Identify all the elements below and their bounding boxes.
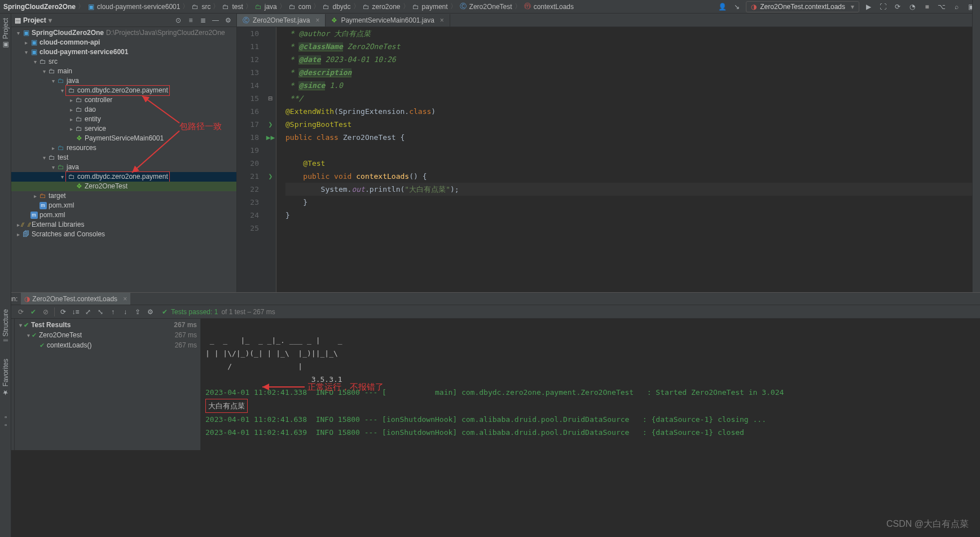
project-icon: ▣ xyxy=(2,41,10,49)
close-icon[interactable]: × xyxy=(123,295,127,303)
tool-tab-project[interactable]: ▣Project xyxy=(2,17,10,50)
tool-tab-more[interactable]: ▫▫ xyxy=(2,413,10,429)
tree-folder[interactable]: ▾🗀java xyxy=(11,76,236,86)
fold-icon[interactable]: ⊟ xyxy=(265,92,276,105)
locate-icon[interactable]: ⊙ xyxy=(173,15,183,25)
tree-file[interactable]: mpom.xml xyxy=(11,210,236,220)
breadcrumb-class[interactable]: ⒸZero2OneTest xyxy=(459,3,512,11)
main-area: ▣Project ▤Project▾ ⊙ ≡ ≣ — ⚙ ▾▣SpringClo… xyxy=(0,14,980,292)
highlight-box: 🗀com.dbydc.zero2one.payment xyxy=(65,171,170,182)
run-gutter-icon[interactable]: ▶▶ xyxy=(265,131,276,144)
tree-folder[interactable]: ▸🗀dao xyxy=(11,105,236,115)
history-icon[interactable]: ⟳ xyxy=(15,306,27,318)
code-area[interactable]: * @author 大白有点菜 * @className Zero2OneTes… xyxy=(276,27,980,292)
collapse-all-icon[interactable]: ≣ xyxy=(198,15,208,25)
tree-package-selected[interactable]: ▾🗀com.dbydc.zero2one.payment xyxy=(11,172,236,182)
test-pass-status: ✔Tests passed: 1 of 1 test – 267 ms xyxy=(162,308,275,316)
tree-folder[interactable]: ▸🗀entity xyxy=(11,115,236,124)
top-toolbar: SpringCloudZero2One 〉 ▣cloud-payment-ser… xyxy=(0,0,980,14)
export-icon[interactable]: ⇪ xyxy=(131,306,144,318)
star-icon: ★ xyxy=(2,389,10,397)
folder-icon: 🗀 xyxy=(322,3,330,11)
watermark: CSDN @大白有点菜 xyxy=(886,518,969,530)
run-tab[interactable]: ◑Zero2OneTest.contextLoads× xyxy=(21,293,130,305)
dropdown-icon: ▾ xyxy=(851,3,854,11)
run-pane: Run: ◑Zero2OneTest.contextLoads× ⟳ ✔ ⊘ ⟳… xyxy=(0,292,980,450)
breadcrumb-payment[interactable]: 🗀payment xyxy=(412,3,448,11)
tree-folder[interactable]: ▸🗀resources xyxy=(11,143,236,153)
structure-icon: ⫴ xyxy=(2,339,10,342)
run-configuration-selector[interactable]: ◑ Zero2OneTest.contextLoads ▾ xyxy=(746,1,859,12)
breadcrumb-zero2one[interactable]: 🗀zero2one xyxy=(362,3,401,11)
console-output[interactable]: _ _ |_ _ _|_. ___ _ | _ | | |\/|_)(_| | … xyxy=(201,319,980,450)
show-ignored-icon[interactable]: ⊘ xyxy=(39,306,52,318)
tree-class[interactable]: ❖PaymentServiceMain6001 xyxy=(11,134,236,143)
sort-icon[interactable]: ↓≡ xyxy=(69,306,82,318)
tool-tab-structure[interactable]: ⫴Structure xyxy=(2,309,10,342)
prev-icon[interactable]: ↑ xyxy=(107,306,119,318)
profile-icon[interactable]: ◔ xyxy=(907,1,918,12)
run-icon[interactable]: ▶ xyxy=(863,1,874,12)
coverage-icon[interactable]: ⟳ xyxy=(892,1,903,12)
tool-tab-favorites[interactable]: ★Favorites xyxy=(2,359,10,397)
user-add-icon[interactable]: 👤 xyxy=(717,1,728,12)
test-results-root[interactable]: ▾✔Test Results267 ms xyxy=(15,320,200,330)
editor-pane: ⒸZero2OneTest.java× ❖PaymentServiceMain6… xyxy=(237,14,980,292)
tree-libraries[interactable]: ▸⫽⫽External Libraries xyxy=(11,220,236,230)
editor-body[interactable]: 10111213 14151617 18192021 22232425 ⊟ ❯ … xyxy=(237,27,980,292)
gear-icon[interactable]: ⚙ xyxy=(223,15,233,25)
breadcrumb-module[interactable]: ▣cloud-payment-service6001 xyxy=(87,3,180,11)
breadcrumb-dbydc[interactable]: 🗀dbydc xyxy=(322,3,350,11)
tree-module[interactable]: ▾▣cloud-payment-service6001 xyxy=(11,47,236,57)
expand-icon[interactable]: ⤢ xyxy=(82,306,94,318)
breadcrumb-module-label: cloud-payment-service6001 xyxy=(97,3,180,11)
tree-module[interactable]: ▸▣cloud-common-api xyxy=(11,38,236,47)
editor-tab-active[interactable]: ⒸZero2OneTest.java× xyxy=(237,14,326,27)
test-tree[interactable]: ▾✔Test Results267 ms ▾✔Zero2OneTest267 m… xyxy=(15,319,201,450)
close-icon[interactable]: × xyxy=(440,16,444,24)
tree-folder[interactable]: ▾🗀main xyxy=(11,67,236,76)
tree-folder[interactable]: ▸🗀service xyxy=(11,124,236,134)
tree-folder[interactable]: ▾🗀java xyxy=(11,162,236,172)
breadcrumb-com[interactable]: 🗀com xyxy=(288,3,311,11)
project-tree[interactable]: ▾▣SpringCloudZero2OneD:\Projects\Java\Sp… xyxy=(11,27,236,292)
build-icon[interactable]: ↘ xyxy=(731,1,742,12)
test-class-node[interactable]: ▾✔Zero2OneTest267 ms xyxy=(15,330,200,340)
project-pane-title[interactable]: ▤Project▾ xyxy=(15,16,171,24)
run-gutter-icon[interactable]: ❯ xyxy=(265,170,276,183)
package-icon: 🗀 xyxy=(74,95,84,105)
rerun-icon[interactable]: ⟳ xyxy=(57,306,69,318)
hide-icon[interactable]: — xyxy=(210,15,221,25)
breadcrumb-java[interactable]: 🗀java xyxy=(254,3,277,11)
left-tool-stripe: ▣Project xyxy=(0,14,11,292)
tree-folder[interactable]: ▸🗀controller xyxy=(11,95,236,105)
settings-icon[interactable]: ⚙ xyxy=(144,306,156,318)
next-icon[interactable]: ↓ xyxy=(119,306,131,318)
show-passed-icon[interactable]: ✔ xyxy=(27,306,39,318)
test-method-node[interactable]: ✔contextLoads()267 ms xyxy=(15,340,200,350)
close-icon[interactable]: × xyxy=(315,16,319,24)
run-pane-header: Run: ◑Zero2OneTest.contextLoads× xyxy=(0,293,980,305)
search-icon[interactable]: ⌕ xyxy=(951,1,962,12)
breadcrumb-src[interactable]: 🗀src xyxy=(191,3,210,11)
git-icon[interactable]: ⌥ xyxy=(936,1,947,12)
debug-icon[interactable]: ⛶ xyxy=(877,1,889,12)
collapse-icon[interactable]: ⤡ xyxy=(94,306,107,318)
breadcrumb-test[interactable]: 🗀test xyxy=(222,3,243,11)
stop-icon[interactable]: ■ xyxy=(921,1,933,12)
tree-root[interactable]: ▾▣SpringCloudZero2OneD:\Projects\Java\Sp… xyxy=(11,28,236,38)
folder-icon: 🗀 xyxy=(38,57,47,67)
tree-scratches[interactable]: ▸🗐Scratches and Consoles xyxy=(11,230,236,239)
expand-all-icon[interactable]: ≡ xyxy=(186,15,196,25)
breadcrumb-method[interactable]: ⓜcontextLoads xyxy=(524,3,574,11)
maven-icon: m xyxy=(30,212,38,219)
editor-tab[interactable]: ❖PaymentServiceMain6001.java× xyxy=(326,14,450,27)
run-gutter-icon[interactable]: ❯ xyxy=(265,118,276,131)
breadcrumb-project[interactable]: SpringCloudZero2One xyxy=(3,3,76,11)
tree-folder[interactable]: ▸🗀target xyxy=(11,191,236,201)
tree-folder[interactable]: ▾🗀src xyxy=(11,57,236,67)
tree-file[interactable]: mpom.xml xyxy=(11,201,236,210)
tree-folder[interactable]: ▾🗀test xyxy=(11,153,236,162)
tree-package[interactable]: ▾🗀com.dbydc.zero2one.payment xyxy=(11,86,236,95)
tree-class[interactable]: ❖Zero2OneTest xyxy=(11,182,236,191)
